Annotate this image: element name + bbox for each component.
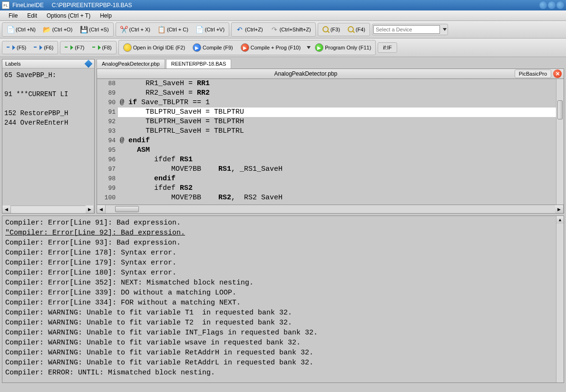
hscroll-track[interactable]	[106, 205, 555, 213]
labels-list[interactable]: 65 SavePBP_H: 91 ***CURRENT LI 152 Resto…	[2, 69, 94, 206]
scroll-right-button[interactable]: ▶	[555, 205, 564, 213]
output-line[interactable]: Compiler: WARNING: Unable to fit variabl…	[5, 358, 553, 368]
output-line[interactable]: "Compiler: Error[Line 92]: Bad expressio…	[5, 228, 553, 238]
menu-edit[interactable]: Edit	[22, 11, 42, 20]
file-ops-group: 📄(Ctrl +N) 📂(Ctrl +O) 💾(Ctrl +S)	[2, 22, 114, 37]
code-line[interactable]: @ if Save_TBLPTR == 1	[118, 98, 556, 108]
gutter-line: 88	[97, 79, 116, 88]
code-line[interactable]: RR2_SaveH = RR2	[118, 88, 556, 98]
editor-vscrollbar[interactable]	[556, 79, 564, 205]
minimize-button[interactable]	[539, 1, 547, 9]
device-select-input[interactable]	[373, 25, 440, 34]
compile-prog-button[interactable]: ▶Compile + Prog (F10)	[237, 41, 304, 54]
find-button[interactable]: (F3)	[319, 24, 343, 35]
label-item[interactable]: 91 ***CURRENT LI	[4, 89, 92, 99]
paste-label: (Ctrl +V)	[205, 27, 224, 32]
f5-label: (F5)	[17, 45, 26, 50]
app-name: FineLineIDE	[12, 2, 44, 9]
code-line[interactable]: endif	[118, 174, 556, 184]
redo-button[interactable]: ↷(Ctrl+Shift+Z)	[267, 24, 314, 35]
code-line[interactable]: @ endif	[118, 136, 556, 146]
code-line[interactable]: ifdef RS2	[118, 184, 556, 193]
code-line[interactable]: MOVE?BB RS2, RS2 SaveH	[118, 193, 556, 203]
menu-options[interactable]: Options (Ctrl + T)	[42, 11, 95, 20]
output-line[interactable]: Compiler: WARNING: Unable to fit variabl…	[5, 328, 553, 338]
code-line[interactable]: TBLPTRU_SaveH = TBLPTRU	[118, 108, 556, 117]
window-controls	[539, 1, 564, 9]
code-line[interactable]: ASM	[118, 146, 556, 155]
dropdown-arrow-icon[interactable]	[443, 28, 447, 31]
tab-reenterpbp[interactable]: REENTERPBP-18.BAS	[166, 59, 232, 69]
dropdown-arrow-icon[interactable]	[307, 46, 311, 49]
scroll-up-button[interactable]: ▲	[556, 216, 564, 224]
code-line[interactable]: TBLPTRH_SaveH = TBLPTRH	[118, 117, 556, 127]
open-file-button[interactable]: 📂(Ctrl +O)	[40, 24, 76, 35]
open-label: (Ctrl +O)	[52, 27, 72, 32]
labels-hscroll[interactable]: ◀ ▶	[2, 206, 94, 213]
save-file-button[interactable]: 💾(Ctrl +S)	[77, 24, 112, 35]
f7-button[interactable]: (F7)	[61, 42, 88, 53]
f5-button[interactable]: (F5)	[3, 42, 29, 53]
close-editor-button[interactable]: ✕	[553, 69, 562, 78]
code-line[interactable]: TBLPTRL_SaveH = TBLPTRL	[118, 127, 556, 136]
toolbar-row-2: (F5) (F6) (F7) (F8) Open in Origi IDE (F…	[0, 39, 566, 57]
tab-analog-peak[interactable]: AnalogPeakDetector.pbp	[97, 59, 165, 69]
circle-play-icon: ▶	[241, 43, 249, 52]
output-line[interactable]: Compiler: WARNING: Unable to fit variabl…	[5, 318, 553, 328]
open-in-ide-button[interactable]: Open in Origi IDE (F2)	[120, 41, 188, 54]
code-line[interactable]: ifdef RS1	[118, 155, 556, 165]
output-line[interactable]: Compiler: WARNING: Unable to fit variabl…	[5, 308, 553, 318]
f6-button[interactable]: (F6)	[30, 42, 57, 53]
compiler-output[interactable]: Compiler: Error[Line 91]: Bad expression…	[2, 216, 556, 382]
find-next-button[interactable]: (F4)	[344, 24, 369, 35]
redo-icon: ↷	[271, 26, 278, 33]
magnifier-icon	[348, 26, 354, 33]
close-window-button[interactable]	[556, 1, 564, 9]
code-line[interactable]: RR1_SaveH = RR1	[118, 79, 556, 88]
label-item[interactable]: 244 OverReEnterH	[4, 118, 92, 127]
file-path: C:\PBP\REENTERPBP-18.BAS	[52, 2, 132, 9]
output-line[interactable]: Compiler: Error[Line 352]: NEXT: Mismatc…	[5, 278, 553, 288]
output-panel: Compiler: Error[Line 91]: Bad expression…	[2, 216, 564, 383]
maximize-button[interactable]	[548, 1, 556, 9]
copy-button[interactable]: 📋(Ctrl + C)	[155, 24, 192, 35]
menu-help[interactable]: Help	[95, 11, 117, 20]
gutter-line: 95	[97, 146, 116, 155]
labels-header[interactable]: Labels	[2, 59, 94, 69]
output-line[interactable]: Compiler: Error[Line 334]: FOR without a…	[5, 298, 553, 308]
vscroll-thumb[interactable]	[557, 100, 563, 119]
f8-button[interactable]: (F8)	[89, 42, 115, 53]
gutter-line: 89	[97, 88, 116, 98]
menu-file[interactable]: File	[4, 11, 22, 20]
gutter-line: 94	[97, 136, 116, 146]
program-only-button[interactable]: ▶Program Only (F11)	[312, 41, 374, 54]
output-line[interactable]: Compiler: Error[Line 178]: Syntax error.	[5, 248, 553, 258]
undo-button[interactable]: ↶(Ctrl+Z)	[233, 24, 266, 35]
output-line[interactable]: Compiler: Error[Line 339]: DO without a …	[5, 288, 553, 298]
new-file-button[interactable]: 📄(Ctrl +N)	[3, 24, 39, 35]
output-line[interactable]: Compiler: Error[Line 91]: Bad expression…	[5, 218, 553, 228]
output-line[interactable]: Compiler: ERROR: UNTIL: Mismatched block…	[5, 368, 553, 378]
paste-button[interactable]: 📄(Ctrl +V)	[193, 24, 228, 35]
output-line[interactable]: Compiler: Error[Line 180]: Syntax error.	[5, 268, 553, 278]
compile-button[interactable]: ▶Compile (F9)	[189, 41, 236, 54]
label-item[interactable]: 152 RestorePBP_H	[4, 108, 92, 118]
label-item[interactable]: 65 SavePBP_H:	[4, 70, 92, 80]
scroll-right-button[interactable]: ▶	[86, 206, 94, 213]
output-line[interactable]: Compiler: Error[Line 179]: Syntax error.	[5, 258, 553, 268]
label-item[interactable]	[4, 99, 92, 108]
hscroll-thumb[interactable]	[115, 206, 139, 212]
cut-button[interactable]: ✂️(Ctrl + X)	[117, 24, 154, 35]
output-line[interactable]: Compiler: WARNING: Unable to fit variabl…	[5, 338, 553, 348]
output-line[interactable]: Compiler: WARNING: Unable to fit variabl…	[5, 348, 553, 358]
code-area[interactable]: RR1_SaveH = RR1 RR2_SaveH = RR2@ if Save…	[118, 79, 556, 205]
output-line[interactable]: Compiler: Error[Line 93]: Bad expression…	[5, 238, 553, 248]
scroll-left-button[interactable]: ◀	[2, 206, 11, 213]
label-item[interactable]	[4, 80, 92, 89]
labels-panel: Labels 65 SavePBP_H: 91 ***CURRENT LI 15…	[2, 59, 95, 214]
step-icon	[7, 44, 15, 51]
compile-prog-label: Compile + Prog (F10)	[251, 45, 301, 50]
output-vscrollbar[interactable]: ▲	[556, 216, 564, 382]
scroll-left-button[interactable]: ◀	[97, 205, 106, 213]
code-line[interactable]: MOVE?BB RS1, _RS1_SaveH	[118, 165, 556, 174]
